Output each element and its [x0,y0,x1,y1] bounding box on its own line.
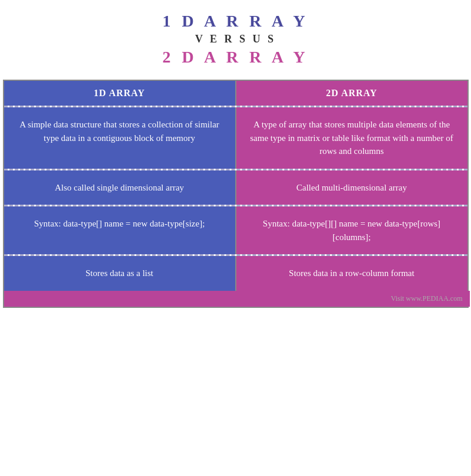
row1-right: A type of array that stores multiple dat… [236,107,467,169]
row3-left: Syntax: data-type[] name = new data-type… [4,206,236,254]
versus-label: V E R S U S [6,33,465,45]
row4-right: Stores data in a row-column format [236,256,467,291]
row4-left: Stores data as a list [4,256,236,291]
row2-right: Called multi-dimensional array [236,170,467,205]
col-header-1d: 1D ARRAY [4,81,236,106]
row1-left: A simple data structure that stores a co… [4,107,236,169]
title-1d: 1 D A R R A Y [6,12,465,31]
comparison-table: 1D ARRAY 2D ARRAY A simple data structur… [3,80,469,308]
footer-note: Visit www.PEDIAA.com [4,291,470,307]
row2-left: Also called single dimensional array [4,170,236,205]
page-header: 1 D A R R A Y V E R S U S 2 D A R R A Y [0,0,471,73]
row3-right: Syntax: data-type[][] name = new data-ty… [236,206,467,254]
table-row: Syntax: data-type[] name = new data-type… [4,205,467,254]
table-row: A simple data structure that stores a co… [4,106,467,169]
table-header-row: 1D ARRAY 2D ARRAY [4,81,467,106]
title-2d: 2 D A R R A Y [6,48,465,67]
col-header-2d: 2D ARRAY [236,81,467,106]
table-row: Also called single dimensional array Cal… [4,169,467,205]
table-row: Stores data as a list Stores data in a r… [4,254,467,291]
